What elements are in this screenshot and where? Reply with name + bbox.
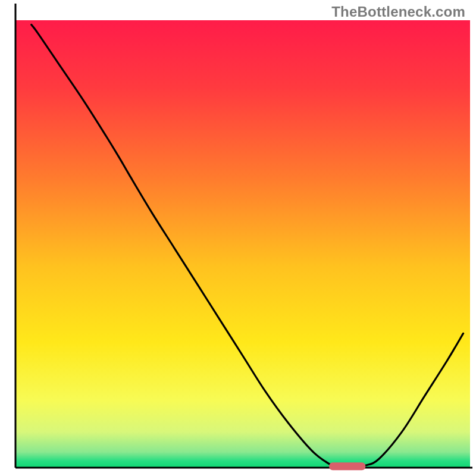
bottleneck-chart: TheBottleneck.com [0,0,476,476]
plot-background [15,20,470,468]
chart-svg [0,0,476,476]
optimal-range-marker [329,462,365,470]
watermark-text: TheBottleneck.com [331,4,465,20]
